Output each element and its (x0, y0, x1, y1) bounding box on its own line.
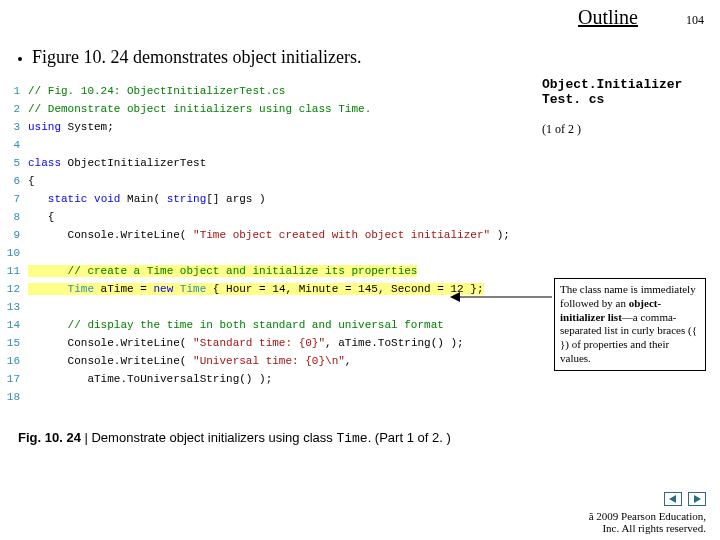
code-content: using System; (28, 121, 114, 133)
outline-heading: Outline (578, 6, 638, 29)
svg-marker-1 (450, 292, 460, 302)
line-number: 10 (4, 244, 28, 262)
code-content: Console.WriteLine( "Time object created … (28, 229, 510, 241)
code-line: 17 aTime.ToUniversalString() ); (4, 370, 540, 388)
line-number: 12 (4, 280, 28, 298)
code-token: { (28, 211, 54, 223)
line-number: 18 (4, 388, 28, 406)
code-token (28, 283, 68, 295)
figure-caption: Fig. 10. 24 | Demonstrate object initial… (0, 406, 720, 446)
side-filename-line2: Test. cs (542, 92, 604, 107)
code-token: aTime = (94, 283, 153, 295)
line-number: 16 (4, 352, 28, 370)
line-number: 11 (4, 262, 28, 280)
line-number: 1 (4, 82, 28, 100)
page-number: 104 (686, 13, 704, 28)
copyright: ã 2009 Pearson Education, Inc. All right… (589, 510, 706, 534)
code-content: Console.WriteLine( "Standard time: {0}",… (28, 337, 464, 349)
code-token: // Fig. 10.24: ObjectInitializerTest.cs (28, 85, 285, 97)
code-token: // Demonstrate object initializers using… (28, 103, 371, 115)
arrow-icon (450, 290, 552, 304)
code-token: "Standard time: {0}" (193, 337, 325, 349)
code-content: { (28, 175, 35, 187)
line-number: 8 (4, 208, 28, 226)
code-token: void (94, 193, 120, 205)
svg-marker-2 (669, 495, 676, 503)
caption-lead: Fig. 10. 24 (18, 430, 84, 445)
code-token: Console.WriteLine( (28, 355, 193, 367)
triangle-right-icon (692, 494, 702, 504)
svg-marker-3 (694, 495, 701, 503)
code-token: { Hour = 14, Minute = 145, Second = 12 }… (206, 283, 483, 295)
code-token: Time (180, 283, 206, 295)
code-content: // create a Time object and initialize i… (28, 265, 417, 277)
code-line: 8 { (4, 208, 540, 226)
line-number: 2 (4, 100, 28, 118)
code-token: aTime.ToUniversalString() ); (28, 373, 272, 385)
code-token: "Universal time: {0}\n" (193, 355, 345, 367)
next-button[interactable] (688, 492, 706, 506)
code-content: // Demonstrate object initializers using… (28, 103, 371, 115)
code-token: new (153, 283, 173, 295)
code-token: Time (68, 283, 94, 295)
code-content: // display the time in both standard and… (28, 319, 444, 331)
code-line: 6{ (4, 172, 540, 190)
code-token (28, 319, 68, 331)
code-line: 15 Console.WriteLine( "Standard time: {0… (4, 334, 540, 352)
callout-box: The class name is immediately followed b… (554, 278, 706, 371)
code-token: Console.WriteLine( (28, 229, 193, 241)
copyright-line2: Inc. All rights reserved. (602, 522, 706, 534)
line-number: 9 (4, 226, 28, 244)
code-content: Console.WriteLine( "Universal time: {0}\… (28, 355, 351, 367)
code-line: 18 (4, 388, 540, 406)
code-token: Main( (120, 193, 166, 205)
line-number: 6 (4, 172, 28, 190)
prev-button[interactable] (664, 492, 682, 506)
code-token: ObjectInitializerTest (61, 157, 206, 169)
side-filename: Object.Initializer Test. cs (542, 78, 708, 108)
copyright-line1: 2009 Pearson Education, (594, 510, 706, 522)
code-content: Time aTime = new Time { Hour = 14, Minut… (28, 283, 484, 295)
code-token: // create a Time object and initialize i… (68, 265, 418, 277)
line-number: 3 (4, 118, 28, 136)
code-line: 3using System; (4, 118, 540, 136)
code-token: using (28, 121, 61, 133)
line-number: 5 (4, 154, 28, 172)
line-number: 15 (4, 334, 28, 352)
code-token: { (28, 175, 35, 187)
code-line: 7 static void Main( string[] args ) (4, 190, 540, 208)
code-token (28, 193, 48, 205)
code-line: 2// Demonstrate object initializers usin… (4, 100, 540, 118)
line-number: 7 (4, 190, 28, 208)
code-content: class ObjectInitializerTest (28, 157, 206, 169)
code-token: , (345, 355, 352, 367)
code-line: 10 (4, 244, 540, 262)
code-token (173, 283, 180, 295)
caption-mono: Time (336, 431, 367, 446)
code-line: 5class ObjectInitializerTest (4, 154, 540, 172)
code-line: 16 Console.WriteLine( "Universal time: {… (4, 352, 540, 370)
code-line: 11 // create a Time object and initializ… (4, 262, 540, 280)
line-number: 4 (4, 136, 28, 154)
line-number: 14 (4, 316, 28, 334)
code-token: string (167, 193, 207, 205)
code-content: aTime.ToUniversalString() ); (28, 373, 272, 385)
code-token: static (48, 193, 88, 205)
side-part-indicator: (1 of 2 ) (542, 122, 708, 137)
code-token: , aTime.ToString() ); (325, 337, 464, 349)
triangle-left-icon (668, 494, 678, 504)
code-line: 14 // display the time in both standard … (4, 316, 540, 334)
code-content: // Fig. 10.24: ObjectInitializerTest.cs (28, 85, 285, 97)
code-content: { (28, 211, 54, 223)
caption-text1: Demonstrate object initializers using cl… (91, 430, 336, 445)
code-token: class (28, 157, 61, 169)
code-token: "Time object created with object initial… (193, 229, 490, 241)
code-token: // display the time in both standard and… (68, 319, 444, 331)
bullet-intro: Figure 10. 24 demonstrates object initia… (0, 29, 720, 76)
side-filename-line1: Object.Initializer (542, 77, 682, 92)
code-token (28, 265, 68, 277)
bullet-text: Figure 10. 24 demonstrates object initia… (32, 47, 361, 67)
code-token: Console.WriteLine( (28, 337, 193, 349)
slide-nav (589, 492, 706, 506)
code-line: 1// Fig. 10.24: ObjectInitializerTest.cs (4, 82, 540, 100)
